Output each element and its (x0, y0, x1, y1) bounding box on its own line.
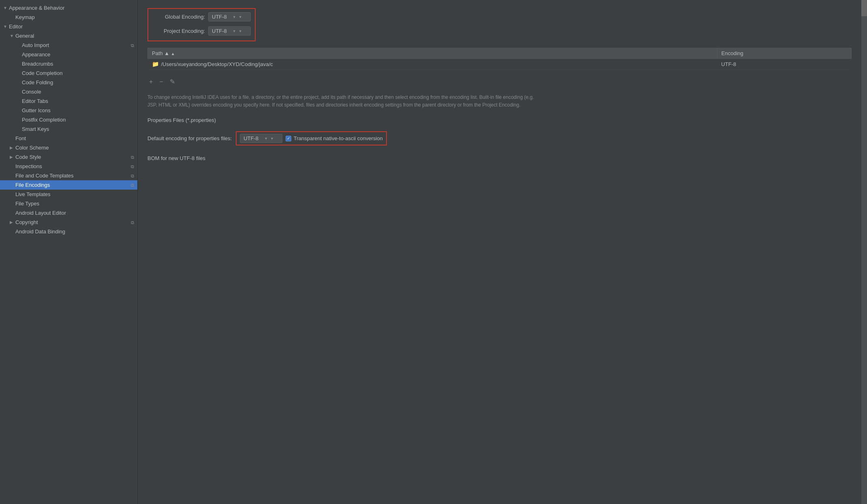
sidebar-label-font: Font (15, 135, 134, 141)
global-encoding-label: Global Encoding: (152, 14, 205, 20)
sidebar-label-postfix-completion: Postfix Completion (22, 117, 134, 123)
copy-icon-auto-import (131, 42, 134, 48)
sidebar-label-appearance-behavior: Appearance & Behavior (9, 5, 134, 11)
default-encoding-label: Default encoding for properties files: (147, 135, 232, 141)
sidebar-item-breadcrumbs[interactable]: Breadcrumbs (0, 59, 137, 68)
sidebar-item-font[interactable]: Font (0, 134, 137, 143)
arrow-icon-appearance-behavior (3, 6, 9, 10)
arrow-icon-code-style (10, 155, 15, 159)
sidebar-item-android-data-binding[interactable]: Android Data Binding (0, 227, 137, 236)
sidebar-item-keymap[interactable]: Keymap (0, 13, 137, 22)
sidebar-label-gutter-icons: Gutter Icons (22, 107, 134, 113)
sidebar-label-breadcrumbs: Breadcrumbs (22, 61, 134, 67)
arrow-icon-copyright (10, 220, 15, 224)
global-encoding-row: Global Encoding: UTF-8 ▼ (152, 12, 251, 21)
properties-row: Default encoding for properties files: U… (147, 131, 852, 145)
properties-encoding-value: UTF-8 (243, 135, 258, 141)
sidebar-label-color-scheme: Color Scheme (15, 145, 134, 151)
path-cell: 📁/Users/xueyandong/Desktop/XYD/Coding/ja… (148, 59, 718, 70)
sidebar-label-smart-keys: Smart Keys (22, 126, 134, 132)
sidebar-label-editor-tabs: Editor Tabs (22, 98, 134, 104)
sidebar-label-code-folding: Code Folding (22, 79, 134, 85)
sidebar-item-live-templates[interactable]: Live Templates (0, 190, 137, 199)
folder-icon: 📁 (152, 61, 159, 67)
right-scrollbar[interactable] (861, 0, 867, 504)
settings-sidebar: Appearance & BehaviorKeymapEditorGeneral… (0, 0, 138, 504)
sidebar-item-file-types[interactable]: File Types (0, 199, 137, 208)
sidebar-item-auto-import[interactable]: Auto Import (0, 41, 137, 50)
sidebar-item-console[interactable]: Console (0, 87, 137, 96)
sidebar-label-code-completion: Code Completion (22, 70, 134, 76)
copy-icon-copyright (131, 219, 134, 225)
sidebar-label-file-and-code-templates: File and Code Templates (15, 173, 131, 179)
arrow-icon-general (10, 34, 15, 38)
properties-encoding-group: UTF-8 ▼ ✓ Transparent native-to-ascii co… (236, 131, 387, 145)
sidebar-item-postfix-completion[interactable]: Postfix Completion (0, 115, 137, 124)
project-encoding-select[interactable]: UTF-8 ▼ (208, 26, 251, 36)
sidebar-label-keymap: Keymap (15, 14, 134, 20)
path-column-header[interactable]: Path ▲ (148, 48, 718, 59)
table-row[interactable]: 📁/Users/xueyandong/Desktop/XYD/Coding/ja… (148, 59, 852, 70)
sidebar-label-general: General (15, 33, 134, 39)
sidebar-label-appearance: Appearance (22, 51, 134, 58)
encoding-table: Path ▲ Encoding 📁/Users/xueyandong/Deskt… (147, 48, 852, 70)
sidebar-label-live-templates: Live Templates (15, 191, 134, 197)
scrollbar-thumb[interactable] (861, 0, 867, 16)
sidebar-label-android-data-binding: Android Data Binding (15, 229, 134, 235)
arrow-icon-editor (3, 24, 9, 29)
sidebar-item-general[interactable]: General (0, 31, 137, 41)
sidebar-item-code-completion[interactable]: Code Completion (0, 68, 137, 78)
path-cell-content: 📁/Users/xueyandong/Desktop/XYD/Coding/ja… (152, 61, 713, 67)
sidebar-label-file-types: File Types (15, 201, 134, 207)
sidebar-label-file-encodings: File Encodings (15, 182, 131, 188)
sidebar-label-console: Console (22, 89, 134, 95)
sidebar-label-editor: Editor (9, 23, 134, 30)
sidebar-item-code-folding[interactable]: Code Folding (0, 78, 137, 87)
copy-icon-code-style (131, 154, 134, 160)
sidebar-item-appearance-behavior[interactable]: Appearance & Behavior (0, 3, 137, 13)
description-text: To change encoding IntelliJ IDEA uses fo… (147, 94, 545, 109)
main-content: Global Encoding: UTF-8 ▼ Project Encodin… (138, 0, 861, 504)
global-encoding-value: UTF-8 (212, 14, 227, 20)
sidebar-label-inspections: Inspections (15, 163, 131, 169)
copy-icon-file-and-code-templates (131, 173, 134, 179)
arrow-icon-color-scheme (10, 145, 15, 150)
sidebar-item-file-and-code-templates[interactable]: File and Code Templates (0, 171, 137, 180)
sidebar-item-smart-keys[interactable]: Smart Keys (0, 124, 137, 134)
sidebar-item-color-scheme[interactable]: Color Scheme (0, 143, 137, 152)
sidebar-label-auto-import: Auto Import (22, 42, 131, 48)
global-encoding-select[interactable]: UTF-8 ▼ (208, 12, 251, 21)
project-encoding-row: Project Encoding: UTF-8 ▼ (152, 26, 251, 36)
project-encoding-label: Project Encoding: (152, 28, 205, 34)
transparent-checkbox-container[interactable]: ✓ Transparent native-to-ascii conversion (286, 135, 383, 141)
sidebar-label-copyright: Copyright (15, 219, 131, 225)
sidebar-item-editor-tabs[interactable]: Editor Tabs (0, 96, 137, 106)
project-encoding-value: UTF-8 (212, 28, 227, 34)
edit-button[interactable]: ✎ (168, 77, 177, 86)
transparent-checkbox[interactable]: ✓ (286, 136, 291, 141)
sidebar-item-code-style[interactable]: Code Style (0, 152, 137, 162)
add-button[interactable]: + (147, 77, 154, 86)
sidebar-item-android-layout-editor[interactable]: Android Layout Editor (0, 208, 137, 218)
sidebar-item-gutter-icons[interactable]: Gutter Icons (0, 106, 137, 115)
sidebar-item-file-encodings[interactable]: File Encodings (0, 180, 137, 190)
copy-icon-file-encodings (131, 182, 134, 188)
path-text: /Users/xueyandong/Desktop/XYD/Coding/jav… (161, 61, 273, 67)
encoding-cell: UTF-8 (717, 59, 851, 70)
transparent-label: Transparent native-to-ascii conversion (294, 135, 383, 141)
encoding-group: Global Encoding: UTF-8 ▼ Project Encodin… (147, 8, 256, 41)
sidebar-item-appearance[interactable]: Appearance (0, 50, 137, 59)
encoding-column-header[interactable]: Encoding (717, 48, 851, 59)
sidebar-item-inspections[interactable]: Inspections (0, 162, 137, 171)
sidebar-label-android-layout-editor: Android Layout Editor (15, 210, 134, 216)
remove-button[interactable]: − (158, 77, 164, 86)
copy-icon-inspections (131, 163, 134, 169)
bom-label: BOM for new UTF-8 files (147, 155, 852, 161)
table-toolbar: + − ✎ (147, 75, 852, 89)
properties-encoding-select[interactable]: UTF-8 ▼ (240, 134, 282, 143)
properties-section-title: Properties Files (*.properties) (147, 117, 852, 123)
sidebar-item-copyright[interactable]: Copyright (0, 218, 137, 227)
sidebar-label-code-style: Code Style (15, 154, 131, 160)
sidebar-item-editor[interactable]: Editor (0, 22, 137, 31)
